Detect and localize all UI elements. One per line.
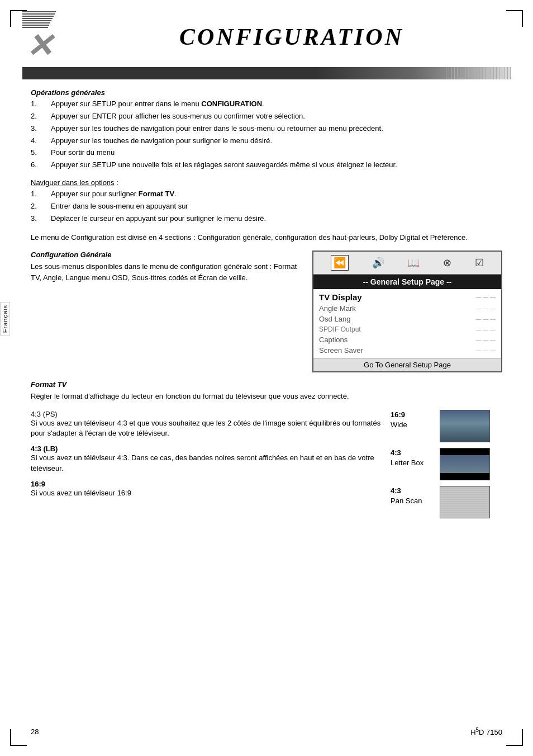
menu-item-label: Angle Mark <box>319 304 356 313</box>
format-tv-section: Format TV Régler le format d'affichage d… <box>31 380 502 402</box>
list-num: 1. <box>31 189 51 200</box>
list-item: 1. Appuyer sur SETUP pour entrer dans le… <box>31 99 502 110</box>
list-text: Appuyer sur ENTER pour afficher les sous… <box>51 111 305 122</box>
navigate-section: Naviguer dans les options : 1. Appuyer s… <box>31 178 502 224</box>
menu-goto-label: Go To General Setup Page <box>313 358 501 371</box>
widescreen-title: 16:9 <box>31 480 382 488</box>
ps-text: Si vous avez un téléviseur 4:3 et que vo… <box>31 418 382 440</box>
line4 <box>22 18 53 19</box>
list-num: 3. <box>31 214 51 224</box>
page-header: ✕ CONFIGURATION <box>0 0 533 63</box>
format-label-letterbox: 4:3 Letter Box <box>391 448 435 468</box>
menu-item-dash: — — — <box>475 294 496 300</box>
operations-section: Opérations générales 1. Appuyer sur SETU… <box>31 88 502 171</box>
format-thumb-panscan <box>440 486 490 518</box>
line3 <box>22 16 54 17</box>
list-text: Appuyer sur pour surligner Format TV. <box>51 189 177 200</box>
list-num: 4. <box>31 136 51 147</box>
list-item: 1. Appuyer sur pour surligner Format TV. <box>31 189 502 200</box>
menu-item-dash: — — — <box>475 337 496 343</box>
operations-title: Opérations générales <box>31 88 502 97</box>
ps-section: 4:3 (PS) Si vous avez un téléviseur 4:3 … <box>31 410 382 440</box>
format-thumb-wide <box>440 410 490 442</box>
lb-section: 4:3 (LB) Si vous avez un téléviseur 4:3.… <box>31 445 382 474</box>
list-num: 3. <box>31 124 51 134</box>
format-row-wide: 16:9 Wide <box>391 410 502 442</box>
tv-formats-section: 4:3 (PS) Si vous avez un téléviseur 4:3 … <box>31 410 502 524</box>
letterbox-inner <box>440 455 489 473</box>
header-lines <box>22 11 56 28</box>
widescreen-section: 16:9 Si vous avez un téléviseur 16:9 <box>31 480 382 499</box>
tv-format-images: 16:9 Wide 4:3 Letter Box 4:3 Pan S <box>391 410 502 524</box>
list-text: Appuyer sur SETUP une nouvelle fois et l… <box>51 160 397 171</box>
format-label-panscan: 4:3 Pan Scan <box>391 486 435 506</box>
tv-format-text-area: 4:3 (PS) Si vous avez un téléviseur 4:3 … <box>31 410 382 524</box>
navigate-title: Naviguer dans les options : <box>31 178 502 189</box>
menu-header-bar: -- General Setup Page -- <box>313 275 501 289</box>
navigate-list: 1. Appuyer sur pour surligner Format TV.… <box>31 189 502 224</box>
format-thumb-letterbox <box>440 448 490 480</box>
lb-title: 4:3 (LB) <box>31 445 382 453</box>
menu-item-angle: Angle Mark — — — <box>313 303 501 314</box>
menu-item-label: Osd Lang <box>319 315 350 323</box>
list-item: 4. Appuyer sur les touches de navigation… <box>31 136 502 147</box>
menu-item-label: Captions <box>319 336 348 344</box>
page-footer: 28 H5D 7150 <box>0 727 533 736</box>
menu-item-spdif: SPDIF Output — — — <box>313 324 501 334</box>
corner-mark-tl <box>10 10 27 27</box>
widescreen-text: Si vous avez un téléviseur 16:9 <box>31 488 382 499</box>
format-row-panscan: 4:3 Pan Scan <box>391 486 502 518</box>
logo-x-icon: ✕ <box>26 30 53 63</box>
operations-list: 1. Appuyer sur SETUP pour entrer dans le… <box>31 99 502 171</box>
list-item: 3. Déplacer le curseur en appuyant sur p… <box>31 214 502 224</box>
line1 <box>22 11 56 12</box>
list-text: Appuyer sur les touches de navigation po… <box>51 136 272 147</box>
format-tv-desc: Régler le format d'affichage du lecteur … <box>31 391 502 402</box>
menu-item-label: Screen Saver <box>319 346 363 355</box>
menu-item-dash: — — — <box>475 327 496 333</box>
list-item: 6. Appuyer sur SETUP une nouvelle fois e… <box>31 160 502 171</box>
list-num: 2. <box>31 201 51 212</box>
format-label-wide: 16:9 Wide <box>391 410 435 430</box>
config-intro-paragraph: Le menu de Configuration est divisé en 4… <box>31 232 502 243</box>
lb-text: Si vous avez un téléviseur 4:3. Dans ce … <box>31 453 382 474</box>
menu-icon-check: ☑ <box>475 257 484 269</box>
list-item: 2. Appuyer sur ENTER pour afficher les s… <box>31 111 502 122</box>
list-num: 6. <box>31 160 51 171</box>
format-tv-title: Format TV <box>31 380 502 389</box>
format-row-letterbox: 4:3 Letter Box <box>391 448 502 480</box>
logo-area: ✕ <box>22 11 56 63</box>
menu-items-list: TV Display — — — Angle Mark — — — Osd La… <box>313 289 501 358</box>
list-num: 5. <box>31 148 51 158</box>
list-item: 5. Pour sortir du menu <box>31 148 502 158</box>
list-item: 3. Appuyer sur les touches de navigation… <box>31 124 502 134</box>
list-text: Pour sortir du menu <box>51 148 115 158</box>
ps-title: 4:3 (PS) <box>31 410 382 418</box>
menu-icon-chapters: 📖 <box>407 257 420 269</box>
list-num: 1. <box>31 99 51 110</box>
list-text: Déplacer le curseur en appuyant sur pour… <box>51 214 266 224</box>
page-number: 28 <box>31 727 39 736</box>
menu-item-dash: — — — <box>475 316 496 322</box>
model-number: H5D 7150 <box>470 727 502 736</box>
menu-item-dash: — — — <box>475 347 496 353</box>
config-generale-desc: Les sous-menus disponibles dans le menu … <box>31 261 301 283</box>
menu-item-label: SPDIF Output <box>319 325 361 333</box>
list-text: Appuyer sur SETUP pour entrer dans le me… <box>51 99 264 110</box>
config-generale-title: Configuration Générale <box>31 251 301 259</box>
menu-item-dash: — — — <box>475 305 496 311</box>
bar-pattern <box>444 67 511 79</box>
menu-item-captions: Captions — — — <box>313 334 501 345</box>
line2 <box>22 13 55 15</box>
page-title: CONFIGURATION <box>73 23 511 50</box>
menu-icons-row: ⏪ 🔊 📖 ⊗ ☑ <box>313 252 501 275</box>
panscan-inner <box>440 486 489 518</box>
menu-icon-back: ⏪ <box>331 255 349 271</box>
list-num: 2. <box>31 111 51 122</box>
list-text: Entrer dans le sous-menu en appuyant sur <box>51 201 188 212</box>
main-content: Opérations générales 1. Appuyer sur SETU… <box>0 79 533 535</box>
corner-mark-tr <box>506 10 523 27</box>
list-text: Appuyer sur les touches de navigation po… <box>51 124 383 134</box>
config-generale-section: Configuration Générale Les sous-menus di… <box>31 251 502 372</box>
menu-item-label: TV Display <box>319 292 362 302</box>
